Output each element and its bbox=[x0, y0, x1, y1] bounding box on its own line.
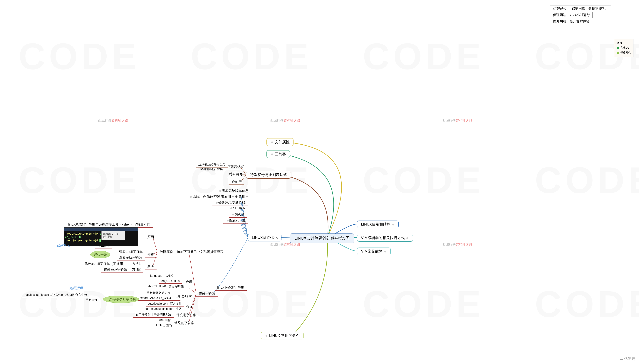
sub-modify-row[interactable]: export LANG='zh_CN.UTF-8' bbox=[137, 296, 180, 300]
callout-cmdline: 一条命令执行字符集 bbox=[103, 296, 139, 303]
sub-gbk[interactable]: GBK 国标 bbox=[155, 318, 173, 323]
sub-wildcard[interactable]: 通配符 bbox=[229, 179, 244, 185]
sub-m2d[interactable]: 修改linux字符集 bbox=[101, 267, 130, 272]
bg-watermark: CODE bbox=[535, 283, 639, 325]
legend-row: 任务完成 bbox=[617, 50, 631, 55]
sub-m1d[interactable]: 修改xshell字符集（不通用） bbox=[82, 261, 129, 267]
sub-reason-detail[interactable]: linux系统的字符集与远程连接工具（xshell）字符集不同 bbox=[66, 222, 153, 228]
sub-view-row[interactable]: en_US.UTF-8 bbox=[159, 279, 182, 284]
brand-logo: ☁ 亿速云 bbox=[619, 356, 635, 361]
bg-watermark: CODE bbox=[19, 35, 140, 78]
sub-perm-row[interactable]: /etc/locale.conf 写入文件 bbox=[146, 302, 184, 307]
node-common-cmd[interactable]: LINUX 常用的命令 bbox=[261, 332, 303, 340]
author-watermark: 西城行侠架构师之路 bbox=[98, 118, 128, 123]
sub-modify-row[interactable]: 重新登录之后失效 bbox=[144, 291, 173, 296]
sub-what-detail[interactable]: 文字符号在计算机标识方法 bbox=[133, 312, 174, 318]
sub-view-row[interactable]: langusge LANG bbox=[148, 274, 176, 278]
legend-row: 完成1/2 bbox=[617, 46, 631, 50]
sub-opt[interactable]: 添加用户 修改密码 查看用户 删除用户 bbox=[187, 194, 251, 200]
bg-watermark: CODE bbox=[363, 283, 484, 325]
ops-line: 提升网站，提升客户体验 bbox=[550, 18, 592, 24]
sub-check[interactable]: 排查 bbox=[145, 252, 157, 258]
bg-watermark: CODE bbox=[363, 159, 484, 202]
callout-asimg: 如图所示 bbox=[54, 242, 73, 249]
sub-opt[interactable]: SELinux bbox=[227, 206, 248, 211]
sub-regex[interactable]: 正则表达式 bbox=[225, 164, 247, 170]
sub-special[interactable]: 特殊符号 bbox=[227, 172, 245, 177]
node-file-attr[interactable]: 文件属性 bbox=[266, 138, 293, 146]
node-basic-opt[interactable]: LINUX基础优化 bbox=[248, 234, 281, 242]
ops-line: 保证网站，7*24小时运行 bbox=[550, 12, 592, 18]
sub-utf[interactable]: UTF 万国码 bbox=[154, 323, 174, 328]
sub-check-shell[interactable]: 查看shell字符集 bbox=[117, 249, 145, 255]
ops-core-box: 运维核心保证网络，数据不能丢。 保证网站，7*24小时运行 提升网站，提升客户体… bbox=[550, 6, 611, 24]
author-watermark: 西城行侠架构师之路 bbox=[270, 118, 300, 123]
ops-label: 运维核心 bbox=[550, 6, 569, 12]
node-vim-fault[interactable]: VIM常见故障 bbox=[357, 248, 391, 255]
node-linux-dir[interactable]: LINUX目录和结构 bbox=[357, 220, 399, 228]
sub-regex-note[interactable]: 正则表达式符号含义 bbox=[196, 162, 228, 168]
sub-common[interactable]: 常见的字符集 bbox=[172, 320, 197, 326]
sub-perm[interactable]: 永久 bbox=[184, 304, 195, 310]
sub-cmd-row[interactable]: 重新连接 bbox=[83, 298, 100, 303]
bg-watermark: CODE bbox=[19, 159, 140, 202]
sub-case[interactable]: 故障案例：linux下面显示中文乱码排查流程 bbox=[157, 249, 226, 255]
sub-m2[interactable]: 方法2 bbox=[130, 267, 143, 272]
sub-opt[interactable]: 配置yum源 bbox=[223, 218, 248, 224]
bg-watermark: CODE bbox=[191, 283, 312, 325]
legend: 图例 完成1/2 任务完成 bbox=[614, 39, 633, 57]
center-node[interactable]: LINUX云计算运维进修中第3周 bbox=[290, 234, 354, 243]
sub-sed-note[interactable]: sed如何进行替换 bbox=[198, 167, 225, 172]
node-vim-shortcut[interactable]: VIM编辑器的相关快捷方式 bbox=[357, 234, 413, 242]
sub-perm-row[interactable]: source /etc/locale.conf 生效 bbox=[142, 307, 184, 312]
sub-reason[interactable]: 原因 bbox=[145, 234, 157, 240]
ops-line: 保证网络，数据不能丢。 bbox=[569, 6, 611, 12]
sub-m1[interactable]: 方法1 bbox=[130, 261, 143, 267]
sub-cmd-row[interactable]: localectl set-locale LANG=en_US.utf8 永久生… bbox=[22, 293, 90, 298]
callout-isone: 是否一致 bbox=[90, 251, 110, 258]
callout-asimg2: 如图所示 bbox=[67, 285, 86, 291]
sub-opt[interactable]: 修改环境变量 PS1 bbox=[212, 200, 248, 206]
sub-opt[interactable]: 防火墙 bbox=[229, 212, 247, 218]
sub-what[interactable]: 什么是字符集 bbox=[174, 312, 199, 318]
bg-watermark: CODE bbox=[363, 35, 484, 78]
sub-charset-linux[interactable]: linux下修改字符集 bbox=[215, 285, 247, 290]
bg-watermark: CODE bbox=[191, 35, 312, 78]
sub-check-sys[interactable]: 查看系统字符集 bbox=[117, 255, 145, 260]
node-regex[interactable]: 特殊符号与正则表达式 bbox=[246, 171, 291, 178]
node-sanjianke[interactable]: 三剑客 bbox=[266, 150, 290, 158]
bg-watermark: CODE bbox=[535, 159, 639, 202]
legend-title: 图例 bbox=[617, 41, 631, 46]
sub-view-row[interactable]: zh_CN.UTF-8 语言.字符集 bbox=[145, 284, 187, 289]
terminal-screenshot: [root@siyuxingxie ~]# echo $LAen_US.UTF8… bbox=[64, 228, 138, 246]
sub-charset[interactable]: 修改字符集 bbox=[196, 291, 218, 296]
sub-solve[interactable]: 解决 bbox=[145, 264, 157, 270]
sub-opt[interactable]: 查看系统版本信息 bbox=[216, 188, 251, 194]
author-watermark: 西城行侠架构师之路 bbox=[442, 242, 472, 246]
author-watermark: 西城行侠架构师之路 bbox=[442, 118, 472, 123]
